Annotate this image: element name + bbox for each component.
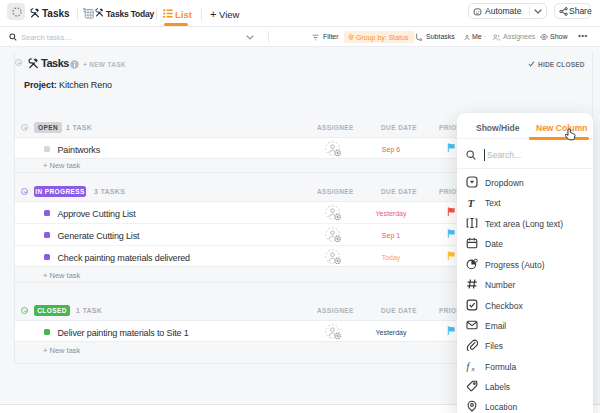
- svg-text:T: T: [468, 197, 476, 209]
- svg-text:x: x: [471, 365, 476, 373]
- svg-text:f: f: [467, 362, 471, 372]
